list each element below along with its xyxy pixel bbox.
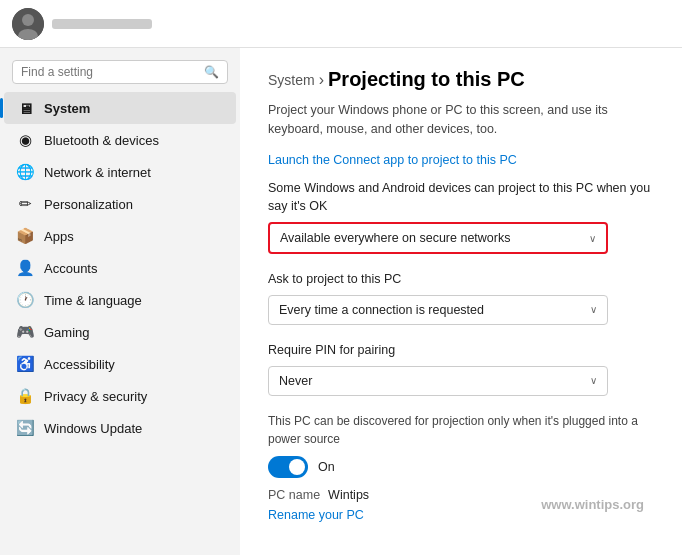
toggle-row: On bbox=[268, 456, 654, 478]
breadcrumb-parent: System bbox=[268, 72, 315, 88]
sidebar-item-time[interactable]: 🕐 Time & language bbox=[4, 284, 236, 316]
sidebar-item-accessibility[interactable]: ♿ Accessibility bbox=[4, 348, 236, 380]
sidebar-item-network[interactable]: 🌐 Network & internet bbox=[4, 156, 236, 188]
personalization-icon: ✏ bbox=[16, 195, 34, 213]
sidebar-label-accessibility: Accessibility bbox=[44, 357, 115, 372]
sidebar: 🔍 🖥 System ◉ Bluetooth & devices 🌐 Netwo… bbox=[0, 48, 240, 555]
sidebar-label-accounts: Accounts bbox=[44, 261, 97, 276]
content-wrap: System › Projecting to this PC Project y… bbox=[268, 68, 654, 522]
power-toggle[interactable] bbox=[268, 456, 308, 478]
accessibility-icon: ♿ bbox=[16, 355, 34, 373]
ask-label: Ask to project to this PC bbox=[268, 270, 654, 289]
sidebar-label-update: Windows Update bbox=[44, 421, 142, 436]
sidebar-label-bluetooth: Bluetooth & devices bbox=[44, 133, 159, 148]
search-icon: 🔍 bbox=[204, 65, 219, 79]
gaming-icon: 🎮 bbox=[16, 323, 34, 341]
page-subtitle: Project your Windows phone or PC to this… bbox=[268, 101, 654, 139]
svg-point-1 bbox=[22, 14, 34, 26]
sidebar-item-privacy[interactable]: 🔒 Privacy & security bbox=[4, 380, 236, 412]
page-title-section: System › Projecting to this PC bbox=[268, 68, 654, 91]
apps-icon: 📦 bbox=[16, 227, 34, 245]
watermark: www.wintips.org bbox=[541, 497, 644, 512]
ask-dropdown-value: Every time a connection is requested bbox=[279, 303, 484, 317]
content-area: System › Projecting to this PC Project y… bbox=[240, 48, 682, 555]
sidebar-label-apps: Apps bbox=[44, 229, 74, 244]
sidebar-item-gaming[interactable]: 🎮 Gaming bbox=[4, 316, 236, 348]
pin-dropdown-value: Never bbox=[279, 374, 312, 388]
search-box[interactable]: 🔍 bbox=[12, 60, 228, 84]
sidebar-item-bluetooth[interactable]: ◉ Bluetooth & devices bbox=[4, 124, 236, 156]
header-bar bbox=[0, 0, 682, 48]
sidebar-label-gaming: Gaming bbox=[44, 325, 90, 340]
ask-dropdown-wrapper: Every time a connection is requested ∨ bbox=[268, 295, 654, 325]
sidebar-label-personalization: Personalization bbox=[44, 197, 133, 212]
privacy-icon: 🔒 bbox=[16, 387, 34, 405]
sidebar-item-update[interactable]: 🔄 Windows Update bbox=[4, 412, 236, 444]
sidebar-item-system[interactable]: 🖥 System bbox=[4, 92, 236, 124]
availability-dropdown-value: Available everywhere on secure networks bbox=[280, 231, 510, 245]
page-title: Projecting to this PC bbox=[328, 68, 525, 91]
bluetooth-icon: ◉ bbox=[16, 131, 34, 149]
user-name-blurred bbox=[52, 19, 152, 29]
toggle-label: On bbox=[318, 460, 335, 474]
sidebar-label-time: Time & language bbox=[44, 293, 142, 308]
chevron-down-icon: ∨ bbox=[589, 233, 596, 244]
avatar bbox=[12, 8, 44, 40]
sidebar-label-system: System bbox=[44, 101, 90, 116]
ask-dropdown[interactable]: Every time a connection is requested ∨ bbox=[268, 295, 608, 325]
search-input[interactable] bbox=[21, 65, 198, 79]
connect-link[interactable]: Launch the Connect app to project to thi… bbox=[268, 153, 654, 167]
pin-dropdown[interactable]: Never ∨ bbox=[268, 366, 608, 396]
system-icon: 🖥 bbox=[16, 99, 34, 117]
time-icon: 🕐 bbox=[16, 291, 34, 309]
chevron-down-icon-2: ∨ bbox=[590, 304, 597, 315]
sidebar-item-apps[interactable]: 📦 Apps bbox=[4, 220, 236, 252]
sidebar-label-network: Network & internet bbox=[44, 165, 151, 180]
availability-dropdown-wrapper: Available everywhere on secure networks … bbox=[268, 222, 654, 254]
accounts-icon: 👤 bbox=[16, 259, 34, 277]
pin-dropdown-wrapper: Never ∨ bbox=[268, 366, 654, 396]
chevron-down-icon-3: ∨ bbox=[590, 375, 597, 386]
power-note: This PC can be discovered for projection… bbox=[268, 412, 654, 448]
update-icon: 🔄 bbox=[16, 419, 34, 437]
availability-dropdown[interactable]: Available everywhere on secure networks … bbox=[268, 222, 608, 254]
availability-label: Some Windows and Android devices can pro… bbox=[268, 179, 654, 217]
sidebar-item-personalization[interactable]: ✏ Personalization bbox=[4, 188, 236, 220]
pc-name-label: PC name bbox=[268, 488, 320, 502]
sidebar-item-accounts[interactable]: 👤 Accounts bbox=[4, 252, 236, 284]
breadcrumb: System › Projecting to this PC bbox=[268, 68, 654, 91]
network-icon: 🌐 bbox=[16, 163, 34, 181]
sidebar-label-privacy: Privacy & security bbox=[44, 389, 147, 404]
pc-name-value: Wintips bbox=[328, 488, 369, 502]
main-layout: 🔍 🖥 System ◉ Bluetooth & devices 🌐 Netwo… bbox=[0, 48, 682, 555]
breadcrumb-separator: › bbox=[319, 71, 324, 89]
pin-label: Require PIN for pairing bbox=[268, 341, 654, 360]
